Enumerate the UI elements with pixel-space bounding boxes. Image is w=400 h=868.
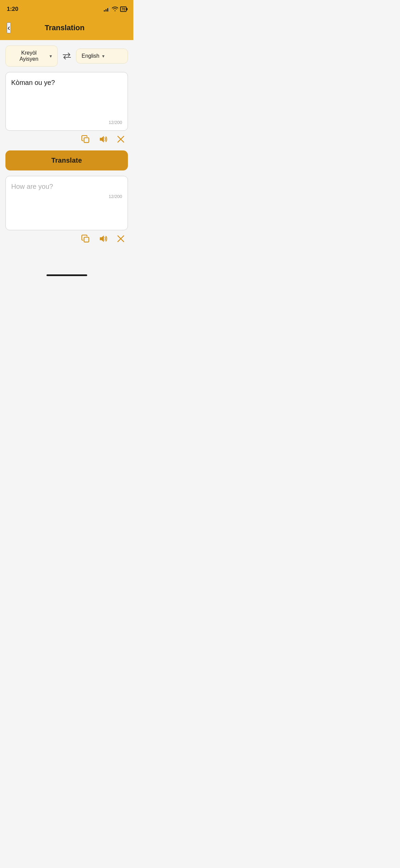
close-icon	[116, 135, 125, 144]
signal-bar-4	[109, 7, 110, 12]
signal-icon	[104, 7, 110, 12]
signal-bar-3	[107, 8, 108, 12]
source-clear-button[interactable]	[115, 133, 127, 145]
source-sound-button[interactable]	[97, 133, 109, 145]
content: Kreyòl Ayisyen ▾ English ▾ 12/200	[0, 40, 133, 255]
sound-icon	[99, 234, 108, 243]
source-language-label: Kreyòl Ayisyen	[11, 50, 47, 62]
output-text: How are you?	[11, 182, 122, 191]
svg-rect-4	[84, 237, 89, 242]
status-icons: 70	[104, 6, 127, 12]
status-bar: 1:20 70	[0, 0, 133, 17]
copy-icon	[81, 135, 90, 144]
svg-marker-5	[100, 235, 104, 242]
output-clear-button[interactable]	[115, 233, 127, 245]
svg-rect-0	[84, 138, 89, 143]
wifi-icon	[112, 6, 118, 12]
source-copy-button[interactable]	[80, 133, 91, 145]
page-title: Translation	[15, 23, 114, 32]
signal-bar-1	[104, 10, 105, 12]
close-icon	[116, 234, 125, 243]
output-action-icons	[5, 233, 128, 245]
translate-button[interactable]: Translate	[5, 150, 128, 170]
output-sound-button[interactable]	[97, 233, 109, 245]
language-selector-row: Kreyòl Ayisyen ▾ English ▾	[5, 46, 128, 67]
swap-icon	[62, 53, 71, 59]
target-language-label: English	[82, 53, 99, 59]
sound-icon	[99, 135, 108, 144]
output-copy-button[interactable]	[80, 233, 91, 245]
svg-marker-1	[100, 136, 104, 143]
source-language-chevron-icon: ▾	[50, 53, 52, 59]
target-language-chevron-icon: ▾	[102, 53, 104, 59]
source-input-area: 12/200	[5, 72, 128, 131]
target-language-button[interactable]: English ▾	[76, 49, 128, 64]
output-char-count: 12/200	[11, 194, 122, 199]
source-text-input[interactable]	[11, 78, 122, 116]
source-language-button[interactable]: Kreyòl Ayisyen ▾	[5, 46, 58, 67]
swap-languages-button[interactable]	[61, 51, 73, 61]
home-bar	[46, 274, 87, 276]
source-char-count: 12/200	[11, 120, 122, 125]
source-action-icons	[5, 133, 128, 145]
home-indicator	[0, 269, 133, 282]
status-time: 1:20	[7, 6, 18, 13]
battery-icon: 70	[120, 6, 127, 12]
copy-icon	[81, 234, 90, 243]
output-area: How are you? 12/200	[5, 176, 128, 230]
signal-bar-2	[106, 9, 107, 12]
back-button[interactable]: ‹	[7, 22, 11, 33]
header: ‹ Translation	[0, 17, 133, 40]
